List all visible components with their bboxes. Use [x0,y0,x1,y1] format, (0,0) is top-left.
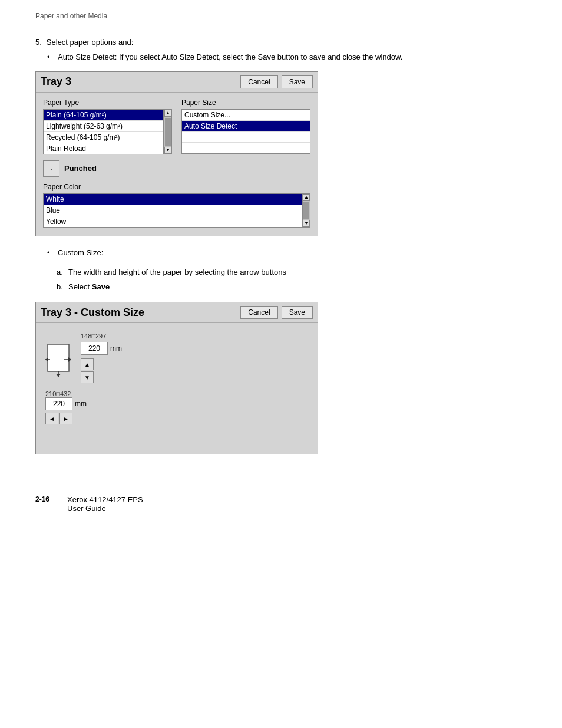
svg-marker-2 [45,357,48,362]
list-item[interactable]: Blue [44,205,302,216]
paper-color-listbox[interactable]: White Blue Yellow [43,193,302,228]
paper-icon [45,343,75,377]
alpha-text-a: The width and height of the paper by sel… [68,268,286,276]
list-item[interactable]: Recycled (64-105 g/m²) [44,132,163,143]
width-arrow-group: ▲ ▼ [81,358,122,383]
tray3-title: Tray 3 [41,75,237,88]
list-item[interactable]: Lightweight (52-63 g/m²) [44,121,163,132]
svg-rect-0 [48,344,69,371]
breadcrumb: Paper and other Media [35,12,527,20]
scroll-down-btn[interactable]: ▼ [164,147,171,154]
alpha-list: a. The width and height of the paper by … [35,266,527,292]
custom-size-dialog: Tray 3 - Custom Size Cancel Save [35,302,318,454]
alpha-item-a: a. The width and height of the paper by … [57,266,527,278]
list-item[interactable]: Plain Reload [44,143,163,154]
custom-size-title: Tray 3 - Custom Size [41,307,237,319]
paper-size-label: Paper Size [181,98,310,107]
height-left-button[interactable]: ◄ [45,413,58,424]
page-footer: 2-16 Xerox 4112/4127 EPS User Guide [35,490,527,513]
paper-graphic: 148□297 mm ▲ ▼ [45,332,308,383]
bullet-item-custom-size: Custom Size: [47,247,527,259]
custom-size-save-button[interactable]: Save [282,306,313,319]
step-text: Select paper options and: [47,38,133,47]
custom-size-cancel-button[interactable]: Cancel [240,306,277,319]
bullet-list-custom: Custom Size: [35,247,527,259]
punched-label: Punched [64,164,97,173]
bullet-list-top: Auto Size Detect: If you select Auto Siz… [35,51,527,63]
svg-marker-6 [56,374,61,377]
tray3-body: Paper Type Plain (64-105 g/m²) Lightweig… [36,93,318,236]
paper-type-col: Paper Type Plain (64-105 g/m²) Lightweig… [43,98,172,154]
paper-size-col: Paper Size Custom Size... Auto Size Dete… [181,98,310,154]
list-item[interactable]: White [44,194,302,205]
list-item[interactable]: Custom Size... [182,110,310,121]
width-controls: 148□297 mm ▲ ▼ [81,332,122,383]
list-item[interactable]: Plain (64-105 g/m²) [44,110,163,121]
alpha-text-b-bold: Save [92,282,110,291]
height-range: 210□432 [45,390,308,397]
paper-type-scrollbar[interactable]: ▲ ▼ [164,109,172,154]
tray3-save-button[interactable]: Save [282,75,313,88]
list-item[interactable] [182,132,310,143]
width-down-button[interactable]: ▼ [81,371,94,383]
list-item[interactable]: Yellow [44,216,302,227]
alpha-text-b-prefix: Select [68,282,92,291]
alpha-label-a: a. [57,266,63,278]
height-input[interactable] [45,397,72,410]
height-unit: mm [75,400,87,408]
alpha-item-b: b. Select Save [57,281,527,293]
paper-type-listbox[interactable]: Plain (64-105 g/m²) Lightweight (52-63 g… [43,109,164,154]
custom-size-body: 148□297 mm ▲ ▼ 210□432 mm ◄ ► [36,323,318,454]
paper-type-label: Paper Type [43,98,172,107]
list-item[interactable]: Auto Size Detect [182,121,310,132]
list-item[interactable] [182,143,310,153]
scroll-thumb [165,118,171,146]
width-range: 148□297 [81,332,122,340]
paper-color-scrollbar[interactable]: ▲ ▼ [302,193,310,228]
width-row: mm [81,342,122,355]
paper-color-label: Paper Color [43,183,310,191]
paper-color-container: White Blue Yellow ▲ ▼ [43,193,310,228]
tray3-columns: Paper Type Plain (64-105 g/m²) Lightweig… [43,98,310,154]
width-input[interactable] [81,342,108,355]
custom-size-titlebar: Tray 3 - Custom Size Cancel Save [36,302,318,323]
footer-product: Xerox 4112/4127 EPS [67,495,143,504]
width-unit: mm [110,344,122,353]
alpha-label-b: b. [57,281,63,293]
scroll-up-btn[interactable]: ▲ [164,110,171,117]
tray3-cancel-button[interactable]: Cancel [240,75,277,88]
scroll-thumb [303,202,309,219]
svg-marker-4 [68,357,71,362]
footer-guide: User Guide [67,504,143,513]
width-up-button[interactable]: ▲ [81,358,94,370]
height-row: mm [45,397,308,410]
tray3-dialog: Tray 3 Cancel Save Paper Type Plain (64-… [35,71,318,236]
bullet-item-auto-size: Auto Size Detect: If you select Auto Siz… [47,51,527,63]
step-number: 5. [35,38,42,47]
scroll-up-btn[interactable]: ▲ [303,194,310,201]
paper-type-listbox-container: Plain (64-105 g/m²) Lightweight (52-63 g… [43,109,172,154]
punched-icon[interactable]: · [43,160,59,177]
height-section: 210□432 mm ◄ ► [45,390,308,424]
footer-product-info: Xerox 4112/4127 EPS User Guide [67,495,143,513]
height-right-button[interactable]: ► [59,413,72,424]
height-arrow-group: ◄ ► [45,413,308,424]
punched-section: · Punched [43,160,310,177]
paper-size-listbox[interactable]: Custom Size... Auto Size Detect [181,109,310,154]
tray3-titlebar: Tray 3 Cancel Save [36,72,318,93]
scroll-down-btn[interactable]: ▼ [303,220,310,227]
footer-page: 2-16 [35,495,49,513]
